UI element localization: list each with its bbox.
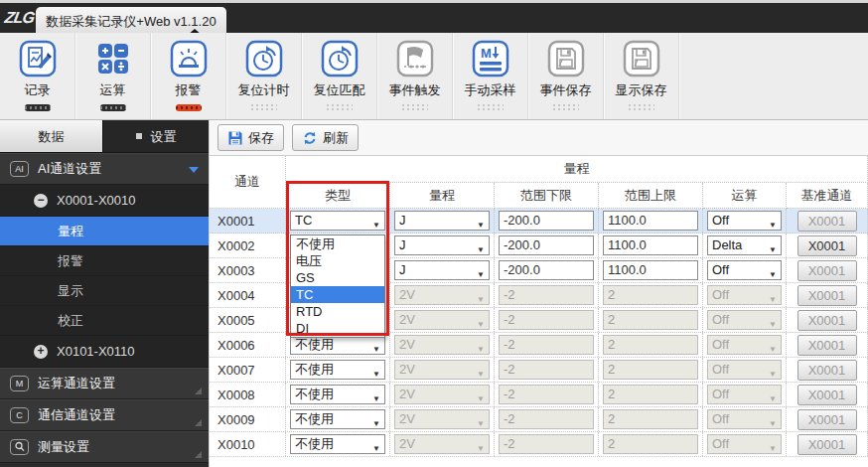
dropdown-arrow-icon: ▼ [477, 241, 485, 259]
upper-limit-input[interactable]: 1100.0 [603, 211, 698, 231]
ref-channel-cell: X0001 [787, 209, 868, 233]
sidebar-item-x0001-x0010[interactable]: − X0001-X0010 [0, 185, 209, 217]
zlg-logo: ZLG [3, 9, 35, 27]
toolbar: 记录 运算 [0, 33, 868, 120]
column-header-ref-channel: 基准通道 [787, 183, 868, 209]
upper-limit-cell: 1100.0 [599, 234, 703, 257]
manual-sample-icon: M [471, 39, 510, 78]
type-select[interactable]: 不使用▼ [290, 385, 385, 404]
refresh-button[interactable]: 刷新 [292, 124, 359, 151]
type-select[interactable]: 不使用▼ [290, 409, 385, 429]
sidebar-item-label: 运算通道设置 [38, 369, 115, 398]
channel-cell: X0006 [210, 333, 286, 357]
calc-cell: Off▼ [703, 283, 787, 307]
dropdown-arrow-icon: ▼ [372, 366, 380, 384]
sidebar-item-comm-channel-settings[interactable]: C 通信通道设置 [0, 399, 209, 431]
calc-cell: Off▼ [703, 432, 787, 456]
lower-limit-input: -2 [499, 285, 594, 305]
dropdown-arrow-icon: ▼ [477, 390, 485, 408]
sidebar-item-label: X0001-X0010 [57, 186, 136, 216]
lower-limit-input[interactable]: -200.0 [499, 235, 594, 255]
reset-timer-status [251, 104, 277, 110]
ref-channel-cell: X0001 [787, 234, 868, 257]
dropdown-option-voltage[interactable]: 电压 [291, 252, 384, 269]
range-select[interactable]: J▼ [394, 211, 490, 231]
alarm-label: 报警 [151, 81, 225, 99]
sidebar-item-display[interactable]: 显示 [0, 276, 209, 306]
save-button[interactable]: 保存 [217, 124, 284, 151]
ref-channel-button: X0001 [797, 385, 857, 405]
alarm-button[interactable]: 报警 [151, 33, 226, 119]
sidebar-item-x0101-x0110[interactable]: + X0101-X0110 [0, 336, 209, 368]
lower-limit-cell: -2 [495, 308, 599, 332]
lower-limit-input[interactable]: -200.0 [499, 260, 594, 280]
ref-channel-cell: X0001 [787, 333, 868, 357]
calc-select[interactable]: Off▼ [707, 211, 782, 231]
sidebar-item-label: AI通道设置 [38, 154, 101, 184]
type-cell: 不使用▼ [286, 383, 390, 406]
sidebar-item-range[interactable]: 量程 [0, 217, 209, 246]
type-select[interactable]: 不使用▼ [290, 360, 385, 380]
group-header-range: 量程 [286, 156, 868, 183]
range-select: 2V▼ [394, 360, 490, 380]
sidebar-item-ai-channel-settings[interactable]: AI AI通道设置 [0, 153, 209, 185]
calc-cell: Off▼ [703, 407, 787, 431]
calc-select: Off▼ [707, 360, 782, 380]
sidebar-item-math-channel-settings[interactable]: M 运算通道设置 [0, 368, 209, 399]
calc-cell: Delta▼ [703, 234, 787, 257]
corner-arrow-icon [195, 451, 202, 458]
range-cell: J▼ [390, 209, 495, 233]
dropdown-option-tc[interactable]: TC [291, 286, 384, 303]
collapse-minus-icon[interactable]: − [34, 194, 48, 208]
reset-timer-button[interactable]: 复位计时 [226, 33, 302, 119]
dropdown-option-rtd[interactable]: RTD [291, 303, 384, 320]
expand-plus-icon[interactable]: + [34, 345, 48, 359]
sidebar-item-alarm[interactable]: 报警 [0, 246, 209, 276]
display-save-button[interactable]: 显示保存 [604, 33, 679, 119]
calc-select[interactable]: Delta▼ [707, 235, 782, 255]
channel-cell: X0002 [210, 234, 286, 257]
event-save-button[interactable]: 事件保存 [528, 33, 604, 119]
sidebar-item-calibration[interactable]: 校正 [0, 306, 209, 336]
record-button[interactable]: 记录 [0, 33, 75, 119]
channel-cell: X0004 [210, 283, 286, 307]
ref-channel-button[interactable]: X0001 [797, 235, 857, 256]
lower-limit-input[interactable]: -200.0 [499, 211, 594, 231]
column-header-upper-limit: 范围上限 [599, 183, 703, 209]
sidebar-tabs: 数据 设置 [0, 120, 209, 153]
calc-cell: Off▼ [703, 383, 787, 406]
manual-sample-status [478, 104, 504, 110]
sidebar-item-measure-settings[interactable]: 测量设置 [0, 431, 209, 463]
upper-limit-input[interactable]: 1100.0 [603, 260, 698, 280]
alarm-icon [169, 39, 209, 78]
lower-limit-cell: -200.0 [495, 258, 599, 282]
channel-label: X0003 [210, 258, 285, 283]
calc-cell: Off▼ [703, 358, 787, 382]
upper-limit-input[interactable]: 1100.0 [603, 235, 698, 255]
lower-limit-input: -2 [499, 385, 594, 404]
dropdown-option-unused[interactable]: 不使用 [291, 235, 384, 252]
upper-limit-input: 2 [603, 310, 698, 330]
dropdown-option-gs[interactable]: GS [291, 269, 384, 286]
event-trigger-button[interactable]: 事件触发 [377, 33, 453, 119]
c-badge-icon: C [10, 407, 29, 423]
channel-label: X0007 [210, 358, 285, 383]
range-select[interactable]: J▼ [394, 260, 490, 280]
refresh-label: 刷新 [323, 129, 349, 147]
tab-settings[interactable]: 设置 [103, 120, 209, 152]
reset-match-label: 复位匹配 [302, 81, 376, 99]
type-select[interactable]: 不使用▼ [290, 335, 385, 355]
svg-text:M: M [481, 46, 492, 61]
math-button[interactable]: 运算 [75, 33, 151, 119]
tab-data[interactable]: 数据 [0, 120, 103, 152]
calc-select[interactable]: Off▼ [707, 260, 782, 280]
range-select[interactable]: J▼ [394, 235, 490, 255]
manual-sample-button[interactable]: M 手动采样 [453, 33, 528, 119]
dropdown-option-di[interactable]: DI [291, 320, 384, 337]
reset-match-button[interactable]: 复位匹配 [302, 33, 377, 119]
event-save-status [553, 104, 579, 110]
dropdown-arrow-icon: ▼ [477, 266, 485, 284]
ref-channel-cell: X0001 [787, 283, 868, 307]
type-select[interactable]: TC▼ [290, 211, 385, 231]
type-select[interactable]: 不使用▼ [290, 434, 385, 454]
